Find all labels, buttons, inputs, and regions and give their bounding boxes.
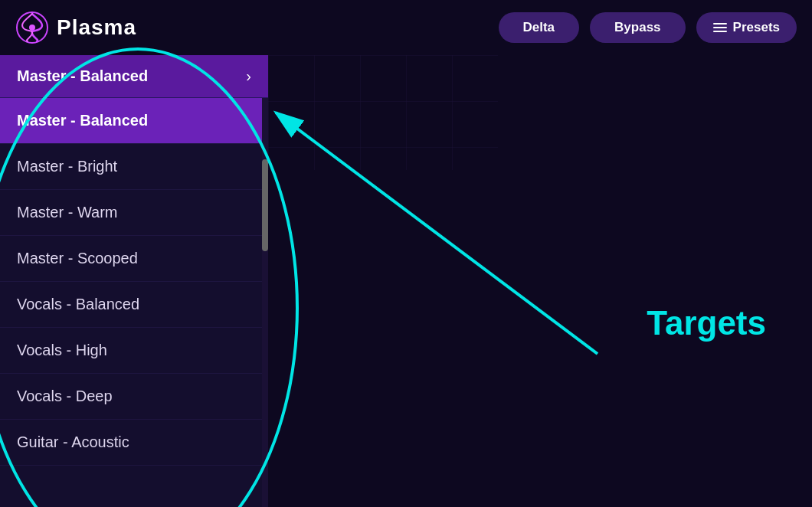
sidebar-item-master-bright[interactable]: Master - Bright [0, 144, 262, 190]
plasma-logo-icon [15, 11, 49, 44]
preset-selected-header[interactable]: Master - Balanced › [0, 55, 268, 98]
svg-point-1 [29, 25, 35, 31]
logo-text: Plasma [57, 15, 136, 40]
scrollbar-thumb[interactable] [262, 159, 268, 251]
presets-label: Presets [733, 20, 780, 35]
sidebar-item-master-scooped[interactable]: Master - Scooped [0, 236, 262, 282]
presets-icon [713, 23, 727, 32]
sidebar-item-vocals-balanced[interactable]: Vocals - Balanced [0, 282, 262, 328]
preset-list: Master - BalancedMaster - BrightMaster -… [0, 98, 262, 507]
bypass-button[interactable]: Bypass [590, 12, 685, 43]
main-content: Targets [268, 55, 812, 507]
sidebar-item-master-balanced[interactable]: Master - Balanced [0, 98, 262, 144]
sidebar: Master - Balanced › Master - BalancedMas… [0, 55, 268, 507]
logo-area: Plasma [15, 11, 136, 44]
svg-rect-2 [268, 55, 498, 170]
grid-overlay [268, 55, 498, 170]
header: Plasma Delta Bypass Presets [0, 0, 812, 55]
delta-button[interactable]: Delta [499, 12, 580, 43]
preset-list-wrapper: Master - BalancedMaster - BrightMaster -… [0, 98, 268, 507]
chevron-right-icon: › [246, 67, 251, 85]
presets-button[interactable]: Presets [696, 12, 797, 43]
main-area: Master - Balanced › Master - BalancedMas… [0, 55, 812, 507]
scrollbar[interactable] [262, 98, 268, 507]
targets-label: Targets [647, 304, 766, 342]
sidebar-item-master-warm[interactable]: Master - Warm [0, 190, 262, 236]
sidebar-item-vocals-deep[interactable]: Vocals - Deep [0, 374, 262, 420]
header-buttons: Delta Bypass Presets [499, 12, 797, 43]
preset-selected-label: Master - Balanced [17, 67, 148, 85]
sidebar-item-vocals-high[interactable]: Vocals - High [0, 328, 262, 374]
sidebar-item-guitar-acoustic[interactable]: Guitar - Acoustic [0, 420, 262, 466]
